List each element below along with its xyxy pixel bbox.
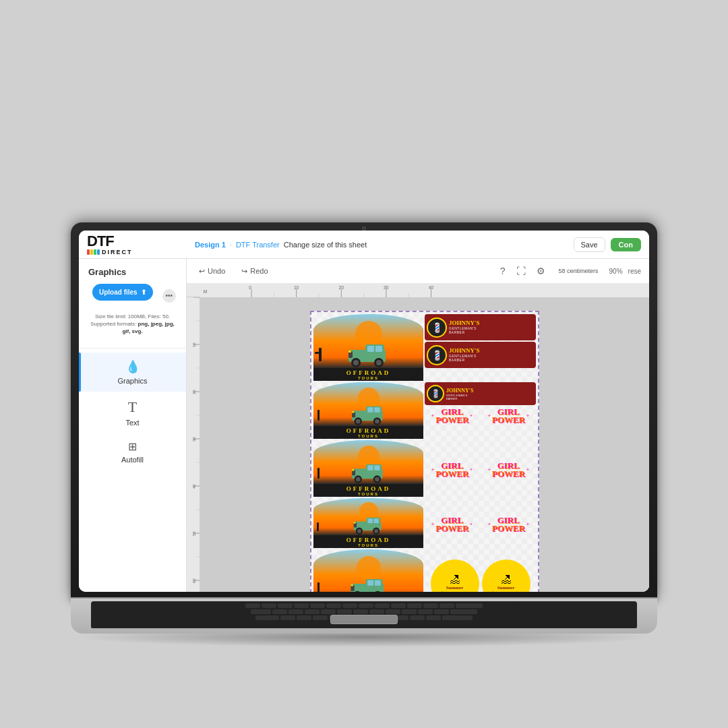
key xyxy=(391,603,406,608)
girl-power-5: ✦ GIRL POWER ✦ xyxy=(425,501,480,548)
gp-line2-1: POWER xyxy=(435,416,468,424)
key xyxy=(375,603,390,608)
left-ruler-svg: 10 20 30 40 50 xyxy=(187,297,200,592)
girl-power-text-4: GIRL POWER xyxy=(492,462,525,477)
webcam xyxy=(362,226,366,231)
girl-power-content-6: ✦ GIRL POWER ✦ xyxy=(487,516,530,532)
girl-power-content-2: ✦ GIRL POWER ✦ xyxy=(487,408,530,423)
girl-power-row-1: ✦ GIRL POWER ✦ xyxy=(425,406,536,425)
svg-text:40: 40 xyxy=(192,484,196,489)
girl-power-text-1: GIRL POWER xyxy=(435,408,468,423)
key xyxy=(278,603,293,608)
johnnys-3: 💈 JOHNNY'S GENTLEMAN'S BARBER xyxy=(425,382,536,405)
johnnys-text-2: JOHNNY'S GENTLEMAN'S BARBER xyxy=(449,348,480,362)
breadcrumb-sep: · xyxy=(230,241,232,249)
help-button[interactable]: ? xyxy=(497,263,508,279)
breadcrumb: Design 1 · DTF Transfer Change size of t… xyxy=(195,241,567,249)
sidebar-item-graphics[interactable]: 💧 Graphics xyxy=(79,353,186,392)
gp-line2-4: POWER xyxy=(492,470,525,478)
key xyxy=(353,609,368,614)
key xyxy=(342,603,357,608)
svg-text:20: 20 xyxy=(339,284,344,289)
sidebar-item-autofill[interactable]: ⊞ Autofill xyxy=(79,433,186,471)
key xyxy=(294,603,309,608)
reset-label: rese xyxy=(628,268,641,275)
svg-point-59 xyxy=(375,419,380,424)
offroad-sub-3: TOURS xyxy=(313,492,423,496)
key xyxy=(386,609,400,614)
top-ruler-svg: M 0 10 20 30 40 xyxy=(200,284,649,297)
svg-text:50: 50 xyxy=(192,531,196,536)
main-content: Graphics Upload files ⬆ ••• Size file li… xyxy=(79,259,649,592)
screen-content: DTF DIRECT xyxy=(79,231,649,592)
keyboard-row-2 xyxy=(94,609,634,614)
laptop-base xyxy=(71,599,657,634)
key xyxy=(313,615,328,620)
undo-button[interactable]: ↩ Undo xyxy=(195,265,229,278)
gp-line2-5: POWER xyxy=(435,524,468,533)
johnnys-sub2-2: BARBER xyxy=(449,358,480,362)
fullscreen-button[interactable]: ⛶ xyxy=(514,263,528,279)
redo-button[interactable]: ↪ Redo xyxy=(237,265,272,278)
svg-rect-71 xyxy=(352,469,354,471)
file-size-info: Size file limit: 100MB xyxy=(95,313,145,320)
johnnys-text-1: JOHNNY'S GENTLEMAN'S BARBER xyxy=(449,320,480,334)
offroad-arch-4 xyxy=(313,498,423,535)
summer-text-1: Summer best summer memories xyxy=(442,586,468,592)
svg-text:60: 60 xyxy=(192,578,196,583)
save-button[interactable]: Save xyxy=(574,237,605,252)
upload-files-button[interactable]: Upload files ⬆ xyxy=(92,284,153,301)
offroad-sub-2: TOURS xyxy=(313,434,423,438)
girl-power-6: ✦ GIRL POWER ✦ xyxy=(481,501,537,548)
girl-power-2: ✦ GIRL POWER ✦ xyxy=(481,406,537,425)
key xyxy=(439,603,454,608)
offroad-title-3: OFFROAD xyxy=(313,485,423,492)
svg-point-47 xyxy=(353,360,359,365)
girl-power-row-3: ✦ GIRL POWER ✦ xyxy=(425,498,536,548)
girl-power-4: ✦ GIRL POWER ✦ xyxy=(481,443,537,497)
key xyxy=(326,603,341,608)
key xyxy=(305,609,320,614)
canvas-viewport[interactable]: OFFROAD TOURS xyxy=(200,297,649,592)
svg-rect-65 xyxy=(374,465,380,470)
key xyxy=(418,609,433,614)
sidebar-divider xyxy=(79,348,186,348)
more-options-button[interactable]: ••• xyxy=(162,289,176,303)
offroad-arch-3 xyxy=(313,440,423,484)
key xyxy=(434,609,449,614)
editor-area: ↩ Undo ↪ Redo ? ⛶ ⚙ 58 cent xyxy=(187,259,649,592)
offroad-sub-1: TOURS xyxy=(313,376,423,380)
summer-icon-1: 🏖 xyxy=(450,574,460,586)
offroad-col-4: OFFROAD TOURS xyxy=(313,498,425,548)
breadcrumb-type: DTF Transfer xyxy=(236,241,280,249)
graphics-icon: 💧 xyxy=(125,359,140,374)
svg-point-57 xyxy=(355,419,360,424)
summer-1: 🏖 Summer best summer memories xyxy=(431,559,479,592)
key xyxy=(442,615,473,620)
redo-icon: ↪ xyxy=(241,267,247,276)
svg-rect-75 xyxy=(373,518,378,523)
girl-power-content-1: ✦ GIRL POWER ✦ xyxy=(431,408,473,423)
offroad-arch-1 xyxy=(313,314,423,368)
summer-text-2: Summer best summer memories xyxy=(493,586,519,592)
svg-rect-84 xyxy=(367,580,373,586)
settings-button[interactable]: ⚙ xyxy=(534,263,548,279)
girl-power-content-4: ✦ GIRL POWER ✦ xyxy=(487,462,530,477)
file-info: Size file limit: 100MB, Files: 50. Suppo… xyxy=(79,313,186,344)
sidebar-item-text[interactable]: T Text xyxy=(79,392,186,433)
key xyxy=(450,609,477,614)
design-row-2: OFFROAD TOURS xyxy=(311,381,538,439)
logo-color-bars xyxy=(87,249,100,255)
key xyxy=(369,609,384,614)
key xyxy=(426,615,441,620)
key xyxy=(245,603,260,608)
sidebar-graphics-label: Graphics xyxy=(117,377,147,385)
continue-button[interactable]: Con xyxy=(611,238,641,251)
zoom-value: 90% xyxy=(609,268,623,275)
svg-rect-91 xyxy=(351,584,353,586)
svg-text:10: 10 xyxy=(294,284,299,289)
editor-toolbar: ↩ Undo ↪ Redo ? ⛶ ⚙ 58 cent xyxy=(187,259,649,284)
undo-label: Undo xyxy=(208,267,225,275)
top-ruler: M 0 10 20 30 40 xyxy=(187,284,649,297)
johnnys-title-3: JOHNNY'S xyxy=(446,388,473,394)
